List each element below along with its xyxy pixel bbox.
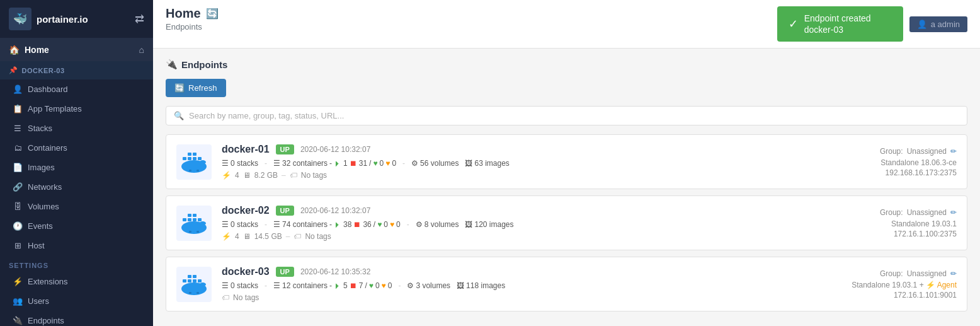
svg-rect-15 xyxy=(188,218,191,221)
admin-label: a admin xyxy=(931,20,960,29)
sidebar-item-networks[interactable]: 🔗 Networks xyxy=(0,177,153,197)
docker-01-edit-icon[interactable]: ✏ xyxy=(950,147,957,156)
svg-rect-16 xyxy=(193,218,197,221)
unhealthy-icon: ♥ xyxy=(385,159,390,168)
events-icon: 🕐 xyxy=(13,221,23,231)
svg-rect-22 xyxy=(189,231,191,233)
sidebar-item-endpoints[interactable]: 🔌 Endpoints xyxy=(0,311,153,326)
sidebar-item-users[interactable]: 👥 Users xyxy=(0,291,153,311)
docker-03-images: 🖼 118 images xyxy=(457,281,505,290)
tag-icon-1: 🏷 xyxy=(290,171,297,180)
healthy-icon: ♥ xyxy=(373,159,377,168)
sidebar-item-events[interactable]: 🕐 Events xyxy=(0,216,153,236)
stacks-icon: ☰ xyxy=(13,124,23,133)
docker-03-right: Group: Unassigned ✏ Standalone 19.03.1 +… xyxy=(818,269,957,300)
docker-03-info: docker-03 up 2020-06-12 10:35:32 ☰ 0 sta… xyxy=(222,266,808,302)
docker-02-icon xyxy=(176,206,212,241)
docker-01-stacks: ☰ 0 stacks xyxy=(222,159,258,168)
svg-point-21 xyxy=(183,222,205,232)
docker-01-tags-row: ⚡ 4 🖥 8.2 GB – 🏷 No tags xyxy=(222,171,808,180)
images-icon: 📄 xyxy=(13,163,23,172)
docker-03-edit-icon[interactable]: ✏ xyxy=(950,269,957,278)
docker-01-stopped: 31 xyxy=(359,159,367,168)
docker-02-volumes: ⚙ 8 volumes xyxy=(416,220,459,229)
docker-03-volumes: ⚙ 3 volumes xyxy=(407,281,450,290)
docker-03-icon xyxy=(176,267,212,302)
stacks-stat-icon: ☰ xyxy=(222,159,229,168)
svg-rect-28 xyxy=(193,279,197,282)
containers-stat-icon: ☰ xyxy=(273,159,280,168)
refresh-header-icon[interactable]: 🔄 xyxy=(206,8,219,20)
settings-section-label: SETTINGS xyxy=(0,255,153,272)
sidebar-item-containers-label: Containers xyxy=(28,143,67,153)
docker-02-info: docker-02 up 2020-06-12 10:32:07 ☰ 0 sta… xyxy=(222,205,808,241)
sidebar-item-host-label: Host xyxy=(28,241,45,250)
toast-check-icon: ✓ xyxy=(789,17,798,31)
docker-01-containers-val: 32 containers xyxy=(282,159,328,168)
sidebar-item-extensions[interactable]: ⚡ Extensions xyxy=(0,272,153,291)
docker-03-stacks: ☰ 0 stacks xyxy=(222,281,258,290)
docker-01-images: 🖼 63 images xyxy=(465,159,509,168)
search-bar[interactable]: 🔍 xyxy=(166,106,967,125)
endpoint-card-docker-03[interactable]: docker-03 up 2020-06-12 10:35:32 ☰ 0 sta… xyxy=(166,257,967,311)
sidebar-item-app-templates[interactable]: 📋 App Templates xyxy=(0,99,153,119)
main-content: Home 🔄 Endpoints ✓ Endpoint created dock… xyxy=(153,0,980,326)
sidebar-item-extensions-label: Extensions xyxy=(28,277,68,286)
sidebar-item-images-label: Images xyxy=(28,163,55,172)
svg-rect-11 xyxy=(197,170,199,172)
docker-01-info: docker-01 up 2020-06-12 10:32:07 ☰ 0 sta… xyxy=(222,144,808,180)
endpoint-card-docker-01[interactable]: docker-01 up 2020-06-12 10:32:07 ☰ 0 sta… xyxy=(166,134,967,189)
docker-01-images-val: 63 images xyxy=(474,159,509,168)
svg-rect-26 xyxy=(183,279,186,282)
docker-02-edit-icon[interactable]: ✏ xyxy=(950,208,957,217)
docker-03-type: Standalone 19.03.1 + ⚡ Agent xyxy=(818,281,957,289)
svg-rect-23 xyxy=(197,231,199,233)
networks-icon: 🔗 xyxy=(13,182,23,192)
refresh-button[interactable]: 🔄 Refresh xyxy=(166,79,226,97)
sidebar-item-images[interactable]: 📄 Images xyxy=(0,158,153,177)
svg-rect-5 xyxy=(188,153,191,156)
endpoint-card-docker-02[interactable]: docker-02 up 2020-06-12 10:32:07 ☰ 0 sta… xyxy=(166,195,967,250)
page-title-text: Home xyxy=(166,6,201,21)
docker-01-running: 1 xyxy=(343,159,348,168)
svg-rect-19 xyxy=(198,218,202,221)
tag-icon-2: 🏷 xyxy=(293,232,301,241)
docker-03-group: Group: Unassigned ✏ xyxy=(818,269,957,278)
docker-02-tags-row: ⚡ 4 🖥 14.5 GB – 🏷 No tags xyxy=(222,232,808,241)
sidebar-item-dashboard[interactable]: 👤 Dashboard xyxy=(0,79,153,99)
docker-02-status: up xyxy=(276,206,294,216)
docker-02-group: Group: Unassigned ✏ xyxy=(818,208,957,217)
endpoints-section-icon: 🔌 xyxy=(166,59,178,70)
sidebar-item-host[interactable]: ⊞ Host xyxy=(0,236,153,255)
docker-03-stats: ☰ 0 stacks - ☰ 12 containers - ⏵ 5 ⏹ 7 /… xyxy=(222,281,808,290)
home-label: Home xyxy=(25,45,49,55)
docker-01-group: Group: Unassigned ✏ xyxy=(818,147,957,156)
sidebar-item-dashboard-label: Dashboard xyxy=(28,84,68,94)
admin-badge[interactable]: 👤 a admin xyxy=(909,16,967,32)
stopped-icon: ⏹ xyxy=(350,159,357,168)
docker-01-ip: 192.168.16.173:2375 xyxy=(818,168,957,177)
svg-rect-29 xyxy=(188,275,191,278)
images-stat-icon: 🖼 xyxy=(465,159,472,168)
search-icon: 🔍 xyxy=(174,111,184,120)
docker-01-tags: No tags xyxy=(301,171,327,180)
page-title: Home 🔄 xyxy=(166,6,219,21)
docker-02-images: 🖼 120 images xyxy=(465,220,513,229)
search-input[interactable] xyxy=(189,111,959,120)
sidebar-item-stacks[interactable]: ☰ Stacks xyxy=(0,119,153,138)
toast-text: Endpoint created docker-03 xyxy=(804,13,871,35)
sidebar-item-volumes[interactable]: 🗄 Volumes xyxy=(0,197,153,216)
page-content-area: 🔌 Endpoints 🔄 Refresh 🔍 xyxy=(153,49,980,326)
docker-01-unhealthy: 0 xyxy=(392,159,396,168)
svg-rect-34 xyxy=(189,292,191,294)
home-icon: 🏠 xyxy=(9,45,20,55)
refresh-btn-icon: 🔄 xyxy=(174,83,185,93)
docker-02-stacks: ☰ 0 stacks xyxy=(222,220,258,229)
toast-notification: ✓ Endpoint created docker-03 xyxy=(777,6,903,42)
extensions-icon: ⚡ xyxy=(13,277,23,286)
tag-icon-3: 🏷 xyxy=(222,293,229,302)
sidebar-item-home[interactable]: 🏠 Home ⌂ xyxy=(0,38,153,61)
app-templates-icon: 📋 xyxy=(13,104,23,114)
sidebar-item-containers[interactable]: 🗂 Containers xyxy=(0,138,153,158)
page-header: Home 🔄 Endpoints ✓ Endpoint created dock… xyxy=(153,0,980,49)
